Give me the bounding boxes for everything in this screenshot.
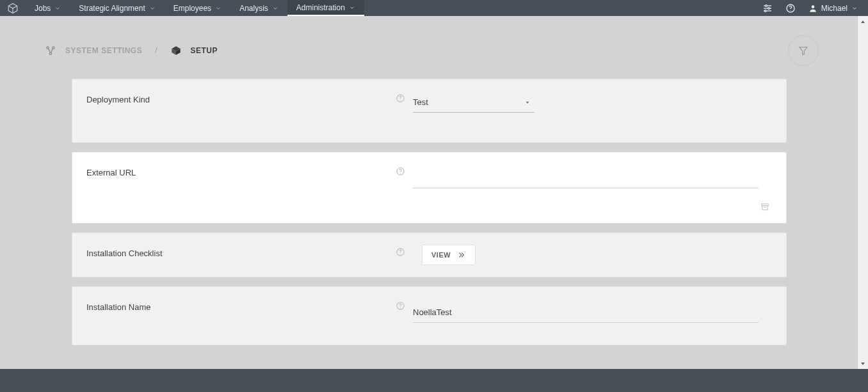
breadcrumb: SYSTEM SETTINGS / SETUP (0, 16, 857, 79)
field-label: Deployment Kind (86, 91, 387, 104)
svg-rect-24 (762, 206, 768, 209)
field-label: Installation Checklist (86, 245, 387, 258)
svg-point-29 (400, 307, 401, 308)
nav-analysis[interactable]: Analysis (230, 0, 287, 16)
svg-point-13 (49, 53, 51, 54)
caret-down-icon (524, 99, 531, 106)
svg-point-5 (768, 7, 769, 9)
content-wrap: SYSTEM SETTINGS / SETUP Deployment Kind (0, 16, 868, 369)
deployment-kind-select[interactable]: Test (413, 91, 534, 113)
card-installation-checklist: Installation Checklist VIEW (72, 233, 787, 277)
scroll-track[interactable] (858, 27, 868, 358)
nav-label: Strategic Alignment (79, 4, 145, 13)
breadcrumb-current: SETUP (191, 46, 218, 55)
field-label: External URL (86, 164, 387, 177)
card-installation-name: Installation Name (72, 286, 787, 345)
help-icon[interactable] (387, 91, 413, 103)
chevron-down-icon (349, 4, 355, 11)
select-value: Test (413, 97, 428, 107)
svg-point-27 (400, 254, 401, 254)
field-label: Installation Name (86, 298, 387, 312)
chevron-down-icon (215, 5, 221, 12)
svg-point-7 (764, 10, 766, 12)
nav-employees[interactable]: Employees (165, 0, 230, 16)
field-control (413, 298, 772, 323)
user-icon (808, 4, 817, 13)
top-nav: Jobs Strategic Alignment Employees Analy… (0, 0, 868, 16)
view-button[interactable]: VIEW (422, 245, 476, 265)
scroll-down-arrow-icon[interactable] (858, 358, 868, 369)
breadcrumb-sep: / (151, 46, 161, 55)
archive-icon[interactable] (760, 202, 769, 211)
svg-point-3 (765, 4, 767, 6)
chevron-down-icon (54, 5, 61, 12)
help-icon[interactable] (387, 164, 413, 176)
footer-bar (0, 369, 868, 392)
field-control: VIEW (413, 245, 772, 265)
nav-jobs[interactable]: Jobs (26, 0, 70, 16)
svg-point-10 (811, 5, 814, 8)
chevron-down-icon (272, 5, 278, 12)
double-chevron-right-icon (457, 251, 466, 259)
cards: Deployment Kind Test (0, 79, 857, 345)
field-control: Test (413, 91, 772, 113)
help-icon[interactable] (387, 245, 413, 257)
user-name: Michael (821, 4, 848, 13)
nav-label: Jobs (35, 4, 51, 13)
help-icon[interactable] (785, 3, 796, 13)
card-deployment-kind: Deployment Kind Test (72, 79, 787, 143)
nav-label: Employees (173, 4, 211, 13)
vertical-scrollbar[interactable] (857, 16, 868, 369)
card-external-url: External URL (72, 152, 787, 224)
help-icon[interactable] (387, 298, 413, 311)
nav-label: Administration (296, 3, 345, 12)
svg-marker-30 (861, 20, 865, 22)
breadcrumb-root[interactable]: SYSTEM SETTINGS (65, 46, 142, 55)
nav-administration[interactable]: Administration (287, 0, 364, 16)
settings-sliders-icon[interactable] (762, 3, 773, 13)
user-menu[interactable]: Michael (808, 4, 858, 13)
box-icon (170, 45, 182, 56)
scroll-up-arrow-icon[interactable] (858, 16, 868, 27)
chevron-down-icon (851, 5, 858, 12)
svg-point-9 (790, 10, 791, 10)
svg-marker-31 (861, 362, 865, 364)
logo-icon (0, 3, 26, 14)
nodes-icon (45, 45, 56, 56)
button-label: VIEW (431, 251, 451, 259)
filter-button[interactable] (788, 35, 819, 66)
installation-name-input[interactable] (413, 298, 759, 323)
field-control (413, 164, 772, 188)
nav-label: Analysis (239, 4, 268, 13)
main-menu: Jobs Strategic Alignment Employees Analy… (26, 0, 364, 16)
svg-point-22 (400, 173, 401, 174)
svg-marker-20 (526, 101, 529, 103)
content: SYSTEM SETTINGS / SETUP Deployment Kind (0, 16, 857, 369)
nav-strategic-alignment[interactable]: Strategic Alignment (70, 0, 164, 16)
chevron-down-icon (149, 5, 156, 12)
external-url-input[interactable] (413, 164, 759, 188)
svg-point-19 (400, 100, 401, 101)
nav-right: Michael (762, 0, 868, 16)
svg-marker-17 (800, 47, 807, 55)
